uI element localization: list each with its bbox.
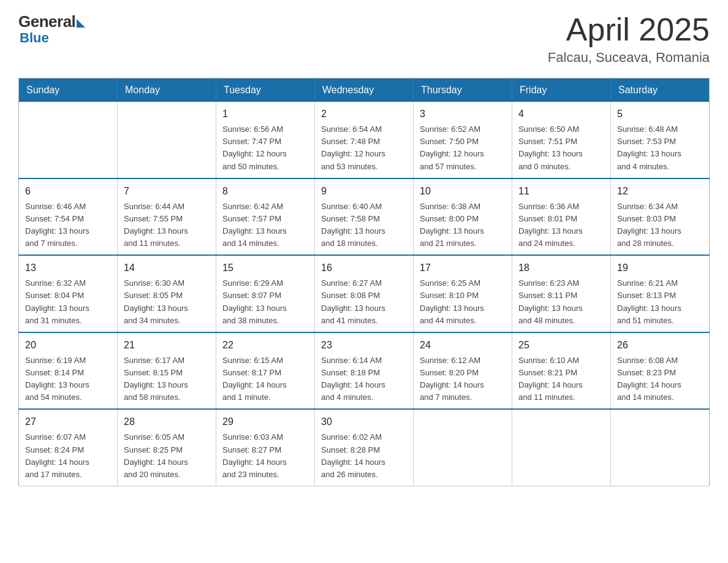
day-info: Sunrise: 6:34 AM Sunset: 8:03 PM Dayligh… [617, 201, 703, 250]
calendar-cell: 10Sunrise: 6:38 AM Sunset: 8:00 PM Dayli… [414, 178, 512, 256]
day-number: 25 [518, 338, 604, 353]
day-info: Sunrise: 6:42 AM Sunset: 7:57 PM Dayligh… [222, 201, 308, 250]
day-number: 9 [321, 184, 407, 199]
calendar-cell: 27Sunrise: 6:07 AM Sunset: 8:24 PM Dayli… [19, 409, 118, 486]
day-number: 11 [518, 184, 604, 199]
logo-general-text: General [18, 12, 75, 31]
weekday-header-row: SundayMondayTuesdayWednesdayThursdayFrid… [19, 79, 710, 102]
day-number: 23 [321, 338, 407, 353]
calendar-cell [512, 409, 611, 486]
day-info: Sunrise: 6:02 AM Sunset: 8:28 PM Dayligh… [321, 431, 407, 481]
calendar-cell: 2Sunrise: 6:54 AM Sunset: 7:48 PM Daylig… [315, 102, 414, 178]
day-info: Sunrise: 6:32 AM Sunset: 8:04 PM Dayligh… [25, 277, 111, 327]
day-number: 14 [124, 261, 210, 275]
week-row-4: 20Sunrise: 6:19 AM Sunset: 8:14 PM Dayli… [19, 332, 710, 410]
day-number: 8 [222, 184, 308, 199]
day-number: 28 [124, 415, 210, 429]
calendar-cell: 24Sunrise: 6:12 AM Sunset: 8:20 PM Dayli… [414, 332, 512, 410]
day-number: 13 [25, 261, 111, 275]
day-number: 1 [222, 107, 308, 121]
calendar-cell: 20Sunrise: 6:19 AM Sunset: 8:14 PM Dayli… [19, 332, 118, 410]
calendar-table: SundayMondayTuesdayWednesdayThursdayFrid… [18, 78, 710, 486]
calendar-cell: 3Sunrise: 6:52 AM Sunset: 7:50 PM Daylig… [414, 102, 512, 178]
day-info: Sunrise: 6:03 AM Sunset: 8:27 PM Dayligh… [222, 431, 308, 481]
day-info: Sunrise: 6:23 AM Sunset: 8:11 PM Dayligh… [518, 277, 604, 327]
day-number: 10 [420, 184, 506, 199]
page-header: General Blue April 2025 Falcau, Suceava,… [18, 12, 710, 66]
calendar-cell: 26Sunrise: 6:08 AM Sunset: 8:23 PM Dayli… [611, 332, 710, 410]
weekday-header-wednesday: Wednesday [315, 79, 414, 102]
day-number: 29 [222, 415, 308, 429]
day-number: 6 [25, 184, 111, 199]
location-title: Falcau, Suceava, Romania [548, 50, 710, 66]
day-info: Sunrise: 6:46 AM Sunset: 7:54 PM Dayligh… [25, 201, 111, 250]
day-info: Sunrise: 6:19 AM Sunset: 8:14 PM Dayligh… [25, 354, 111, 404]
day-info: Sunrise: 6:50 AM Sunset: 7:51 PM Dayligh… [518, 123, 604, 173]
day-number: 2 [321, 107, 407, 121]
title-section: April 2025 Falcau, Suceava, Romania [548, 12, 710, 66]
day-info: Sunrise: 6:10 AM Sunset: 8:21 PM Dayligh… [518, 354, 604, 404]
calendar-cell: 19Sunrise: 6:21 AM Sunset: 8:13 PM Dayli… [611, 255, 710, 332]
calendar-cell: 11Sunrise: 6:36 AM Sunset: 8:01 PM Dayli… [512, 178, 611, 256]
calendar-cell: 29Sunrise: 6:03 AM Sunset: 8:27 PM Dayli… [216, 409, 315, 486]
calendar-cell: 16Sunrise: 6:27 AM Sunset: 8:08 PM Dayli… [315, 255, 414, 332]
week-row-2: 6Sunrise: 6:46 AM Sunset: 7:54 PM Daylig… [19, 178, 710, 256]
calendar-cell [611, 409, 710, 486]
calendar-cell: 18Sunrise: 6:23 AM Sunset: 8:11 PM Dayli… [512, 255, 611, 332]
day-info: Sunrise: 6:21 AM Sunset: 8:13 PM Dayligh… [617, 277, 703, 327]
day-info: Sunrise: 6:44 AM Sunset: 7:55 PM Dayligh… [124, 201, 210, 250]
calendar-cell: 25Sunrise: 6:10 AM Sunset: 8:21 PM Dayli… [512, 332, 611, 410]
day-number: 15 [222, 261, 308, 275]
calendar-cell: 6Sunrise: 6:46 AM Sunset: 7:54 PM Daylig… [19, 178, 118, 256]
calendar-cell: 22Sunrise: 6:15 AM Sunset: 8:17 PM Dayli… [216, 332, 315, 410]
day-number: 4 [518, 107, 604, 121]
day-info: Sunrise: 6:27 AM Sunset: 8:08 PM Dayligh… [321, 277, 407, 327]
day-info: Sunrise: 6:15 AM Sunset: 8:17 PM Dayligh… [222, 354, 308, 404]
day-number: 18 [518, 261, 604, 275]
day-number: 16 [321, 261, 407, 275]
weekday-header-sunday: Sunday [19, 79, 118, 102]
day-number: 5 [617, 107, 703, 121]
calendar-cell: 23Sunrise: 6:14 AM Sunset: 8:18 PM Dayli… [315, 332, 414, 410]
calendar-cell: 1Sunrise: 6:56 AM Sunset: 7:47 PM Daylig… [216, 102, 315, 178]
calendar-cell: 17Sunrise: 6:25 AM Sunset: 8:10 PM Dayli… [414, 255, 512, 332]
day-info: Sunrise: 6:05 AM Sunset: 8:25 PM Dayligh… [124, 431, 210, 481]
calendar-cell: 28Sunrise: 6:05 AM Sunset: 8:25 PM Dayli… [118, 409, 216, 486]
day-number: 7 [124, 184, 210, 199]
day-info: Sunrise: 6:14 AM Sunset: 8:18 PM Dayligh… [321, 354, 407, 404]
calendar-cell: 9Sunrise: 6:40 AM Sunset: 7:58 PM Daylig… [315, 178, 414, 256]
day-number: 20 [25, 338, 111, 353]
calendar-cell: 7Sunrise: 6:44 AM Sunset: 7:55 PM Daylig… [118, 178, 216, 256]
day-info: Sunrise: 6:08 AM Sunset: 8:23 PM Dayligh… [617, 354, 703, 404]
logo-blue-text: Blue [20, 30, 49, 46]
day-info: Sunrise: 6:36 AM Sunset: 8:01 PM Dayligh… [518, 201, 604, 250]
calendar-cell: 30Sunrise: 6:02 AM Sunset: 8:28 PM Dayli… [315, 409, 414, 486]
day-info: Sunrise: 6:48 AM Sunset: 7:53 PM Dayligh… [617, 123, 703, 173]
weekday-header-thursday: Thursday [414, 79, 512, 102]
week-row-5: 27Sunrise: 6:07 AM Sunset: 8:24 PM Dayli… [19, 409, 710, 486]
day-info: Sunrise: 6:12 AM Sunset: 8:20 PM Dayligh… [420, 354, 506, 404]
day-number: 19 [617, 261, 703, 275]
week-row-3: 13Sunrise: 6:32 AM Sunset: 8:04 PM Dayli… [19, 255, 710, 332]
day-number: 30 [321, 415, 407, 429]
day-info: Sunrise: 6:54 AM Sunset: 7:48 PM Dayligh… [321, 123, 407, 173]
calendar-cell: 21Sunrise: 6:17 AM Sunset: 8:15 PM Dayli… [118, 332, 216, 410]
day-info: Sunrise: 6:29 AM Sunset: 8:07 PM Dayligh… [222, 277, 308, 327]
day-number: 27 [25, 415, 111, 429]
calendar-cell: 15Sunrise: 6:29 AM Sunset: 8:07 PM Dayli… [216, 255, 315, 332]
day-number: 26 [617, 338, 703, 353]
day-info: Sunrise: 6:52 AM Sunset: 7:50 PM Dayligh… [420, 123, 506, 173]
day-number: 21 [124, 338, 210, 353]
day-info: Sunrise: 6:25 AM Sunset: 8:10 PM Dayligh… [420, 277, 506, 327]
calendar-cell: 8Sunrise: 6:42 AM Sunset: 7:57 PM Daylig… [216, 178, 315, 256]
day-number: 22 [222, 338, 308, 353]
weekday-header-friday: Friday [512, 79, 611, 102]
logo-arrow-icon [77, 19, 85, 28]
day-number: 12 [617, 184, 703, 199]
weekday-header-saturday: Saturday [611, 79, 710, 102]
month-title: April 2025 [548, 12, 710, 47]
calendar-cell: 5Sunrise: 6:48 AM Sunset: 7:53 PM Daylig… [611, 102, 710, 178]
day-info: Sunrise: 6:07 AM Sunset: 8:24 PM Dayligh… [25, 431, 111, 481]
logo: General Blue [18, 12, 85, 46]
day-info: Sunrise: 6:38 AM Sunset: 8:00 PM Dayligh… [420, 201, 506, 250]
